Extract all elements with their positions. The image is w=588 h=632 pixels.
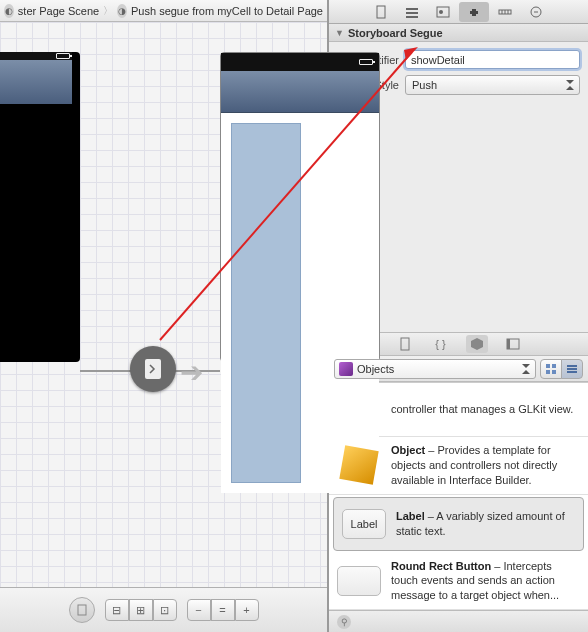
help-inspector-tab[interactable] — [397, 2, 427, 22]
svg-rect-22 — [567, 371, 577, 373]
canvas-toolbar: ⊟ ⊞ ⊡ − = + — [0, 587, 327, 632]
align-center-button[interactable]: ⊞ — [129, 599, 153, 621]
document-outline-button[interactable] — [69, 597, 95, 623]
list-item[interactable]: Round Rect Button – Intercepts touch eve… — [329, 553, 588, 610]
breadcrumb-item[interactable]: ster Page Scene — [18, 5, 99, 17]
chevron-right-icon: 〉 — [103, 4, 113, 18]
svg-rect-13 — [401, 338, 409, 350]
arrow-right-icon: ➔ — [180, 356, 203, 389]
svg-rect-4 — [406, 12, 418, 14]
grid-view-button[interactable] — [540, 359, 562, 379]
section-header[interactable]: ▼ Storyboard Segue — [329, 24, 588, 42]
list-view-button[interactable] — [561, 359, 583, 379]
section-title: Storyboard Segue — [348, 27, 443, 39]
file-inspector-tab[interactable] — [366, 2, 396, 22]
status-bar — [221, 53, 379, 71]
canvas-area[interactable]: ◐ ster Page Scene 〉 ◑ Push segue from my… — [0, 0, 328, 632]
objects-dropdown[interactable]: Objects — [334, 359, 536, 379]
object-icon — [339, 446, 378, 485]
list-item-selected[interactable]: Label Label – A variably sized amount of… — [333, 497, 584, 551]
button-icon — [337, 566, 381, 596]
cube-icon — [339, 362, 353, 376]
svg-rect-21 — [567, 368, 577, 370]
svg-rect-3 — [406, 8, 418, 10]
attributes-inspector-tab[interactable] — [459, 2, 489, 22]
style-select[interactable]: Push — [405, 75, 580, 95]
file-template-tab[interactable] — [394, 335, 416, 353]
segue-icon: ◑ — [117, 4, 127, 18]
disclosure-triangle-icon: ▼ — [335, 28, 344, 38]
svg-rect-2 — [377, 6, 385, 18]
zoom-in-button[interactable]: + — [235, 599, 259, 621]
nav-bar — [221, 71, 379, 113]
svg-rect-20 — [567, 365, 577, 367]
breadcrumb-item[interactable]: Push segue from myCell to Detail Page — [131, 5, 323, 17]
battery-icon — [56, 53, 70, 59]
object-library-tab[interactable] — [466, 335, 488, 353]
zoom-out-button[interactable]: − — [187, 599, 211, 621]
inspector-tabs — [329, 0, 588, 24]
svg-rect-5 — [406, 16, 418, 18]
svg-rect-19 — [552, 370, 556, 374]
search-icon: ⚲ — [337, 615, 351, 629]
detail-scene[interactable] — [220, 52, 380, 362]
svg-point-7 — [439, 10, 443, 14]
push-segue-icon — [145, 359, 161, 379]
svg-rect-18 — [546, 370, 550, 374]
battery-icon — [359, 59, 373, 65]
identifier-field[interactable]: showDetail — [405, 50, 580, 69]
status-bar — [0, 52, 72, 60]
media-library-tab[interactable] — [502, 335, 524, 353]
zoom-fit-button[interactable]: = — [211, 599, 235, 621]
align-right-button[interactable]: ⊡ — [153, 599, 177, 621]
master-scene[interactable] — [0, 52, 80, 362]
svg-rect-17 — [552, 364, 556, 368]
breadcrumb[interactable]: ◐ ster Page Scene 〉 ◑ Push segue from my… — [0, 0, 327, 22]
text-view[interactable] — [231, 123, 301, 483]
filter-bar[interactable]: ⚲ — [329, 610, 588, 632]
code-snippet-tab[interactable]: { } — [430, 335, 452, 353]
svg-rect-16 — [546, 364, 550, 368]
nav-bar — [0, 60, 72, 104]
connections-inspector-tab[interactable] — [521, 2, 551, 22]
storyboard-canvas[interactable]: ➔ — [0, 22, 327, 587]
scene-icon: ◐ — [4, 4, 14, 18]
identity-inspector-tab[interactable] — [428, 2, 458, 22]
label-icon: Label — [342, 509, 386, 539]
size-inspector-tab[interactable] — [490, 2, 520, 22]
svg-rect-15 — [507, 339, 510, 349]
align-left-button[interactable]: ⊟ — [105, 599, 129, 621]
svg-rect-1 — [78, 605, 86, 615]
segue-badge[interactable] — [130, 346, 176, 392]
